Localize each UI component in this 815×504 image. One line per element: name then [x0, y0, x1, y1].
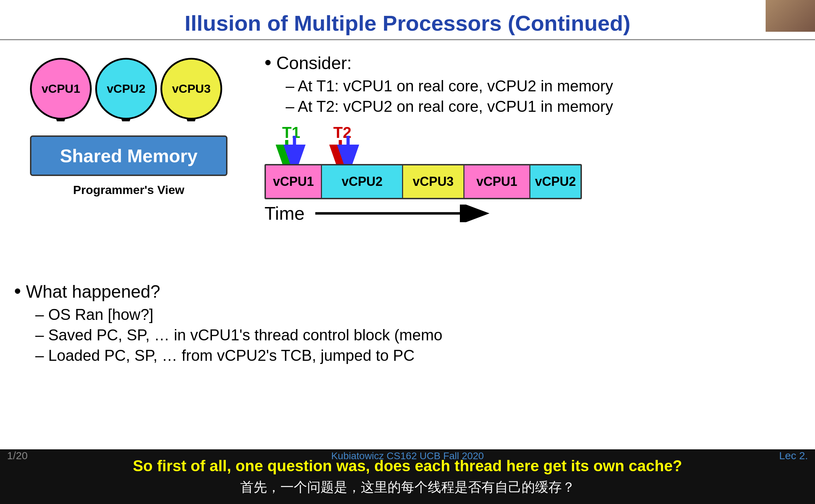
time-label: Time — [264, 203, 305, 224]
t-arrows-container: T1 T2 — [264, 125, 582, 164]
footer-right: Lec 2. — [779, 450, 808, 462]
slide-title: Illusion of Multiple Processors (Continu… — [0, 0, 815, 40]
svg-text:T1: T1 — [282, 125, 300, 141]
consider-section: • Consider: – At T1: vCPU1 on real core,… — [264, 51, 801, 118]
vcpu2-circle: vCPU2 — [95, 58, 157, 120]
tbar-vcpu2-2: vCPU2 — [530, 165, 580, 198]
time-row: Time — [264, 203, 801, 224]
what-happened-section: • What happened? – OS Ran [how?] – Saved… — [14, 279, 801, 364]
time-arrow-svg — [315, 205, 492, 222]
vcpu1-circle: vCPU1 — [30, 58, 92, 120]
vcpu3-circle: vCPU3 — [160, 58, 222, 120]
avatar-thumbnail — [766, 0, 815, 32]
footer-center: Kubiatowicz CS162 UCB Fall 2020 — [331, 450, 484, 462]
timeline-diagram: T1 T2 — [264, 125, 801, 224]
tbar-vcpu1-2: vCPU1 — [464, 165, 531, 198]
timeline-bar: vCPU1 vCPU2 vCPU3 vCPU1 vCPU2 — [264, 164, 582, 199]
bullet-what-happened: • What happened? — [14, 279, 801, 302]
sub-os-ran: – OS Ran [how?] — [35, 306, 801, 323]
timeline-bar-container: vCPU1 vCPU2 vCPU3 vCPU1 vCPU2 — [264, 164, 582, 199]
sub-loaded-pc: – Loaded PC, SP, … from vCPU2's TCB, jum… — [35, 347, 801, 364]
footer-left: 1/20 — [7, 450, 28, 462]
vcpu-area: vCPU1 vCPU2 vCPU3 — [30, 58, 227, 197]
tbar-vcpu2: vCPU2 — [322, 165, 403, 198]
shared-memory-box: Shared Memory — [30, 135, 227, 176]
t-arrows-svg: T1 T2 — [264, 125, 582, 164]
right-panel: • Consider: – At T1: vCPU1 on real core,… — [243, 51, 801, 272]
tbar-vcpu1: vCPU1 — [266, 165, 322, 198]
slide-container: Illusion of Multiple Processors (Continu… — [0, 0, 815, 504]
main-content: vCPU1 vCPU2 vCPU3 — [0, 44, 815, 276]
sub-t1: – At T1: vCPU1 on real core, vCPU2 in me… — [286, 77, 801, 95]
left-panel: vCPU1 vCPU2 vCPU3 — [14, 51, 243, 272]
subtitle-chinese: 首先，一个问题是，这里的每个线程是否有自己的缓存？ — [240, 478, 575, 496]
tbar-vcpu3: vCPU3 — [403, 165, 464, 198]
circles-row: vCPU1 vCPU2 vCPU3 — [30, 58, 227, 121]
bullet-consider: • Consider: — [264, 51, 801, 74]
sub-t2: – At T2: vCPU2 on real core, vCPU1 in me… — [286, 98, 801, 115]
programmers-view-label: Programmer's View — [73, 183, 184, 197]
sub-saved-pc: – Saved PC, SP, … in vCPU1's thread cont… — [35, 326, 801, 344]
